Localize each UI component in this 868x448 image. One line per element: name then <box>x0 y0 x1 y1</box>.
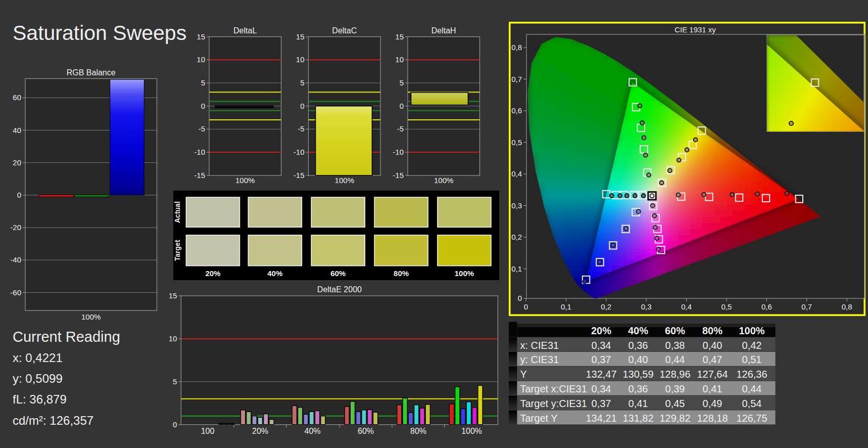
svg-text:80%: 80% <box>394 269 409 278</box>
svg-text:-5: -5 <box>397 124 404 133</box>
svg-text:80%: 80% <box>410 427 426 435</box>
svg-text:0,40: 0,40 <box>629 354 648 365</box>
svg-text:Actual: Actual <box>173 201 181 223</box>
svg-text:10: 10 <box>395 55 404 64</box>
svg-text:0,42: 0,42 <box>742 340 762 351</box>
svg-text:RGB Balance: RGB Balance <box>67 68 116 77</box>
svg-text:100%: 100% <box>335 176 354 185</box>
svg-text:15: 15 <box>395 32 404 41</box>
svg-text:132,47: 132,47 <box>586 369 616 380</box>
svg-text:134,21: 134,21 <box>586 413 616 424</box>
svg-text:10: 10 <box>169 334 177 343</box>
svg-text:40%: 40% <box>267 269 282 278</box>
svg-text:0,1: 0,1 <box>511 264 522 273</box>
svg-text:Target Y: Target Y <box>520 413 558 424</box>
svg-text:0,1: 0,1 <box>561 302 571 311</box>
svg-text:Y: Y <box>520 369 527 380</box>
svg-text:-5: -5 <box>199 124 205 133</box>
svg-text:60: 60 <box>13 93 21 102</box>
svg-text:0,41: 0,41 <box>703 383 722 394</box>
svg-text:0,4: 0,4 <box>511 169 522 178</box>
svg-text:0,44: 0,44 <box>742 383 762 394</box>
svg-text:DeltaH: DeltaH <box>431 26 456 35</box>
svg-text:131,82: 131,82 <box>622 413 653 424</box>
svg-text:20%: 20% <box>591 325 611 336</box>
svg-text:DeltaC: DeltaC <box>332 26 357 35</box>
svg-text:0: 0 <box>173 420 177 429</box>
svg-text:20%: 20% <box>252 427 268 435</box>
svg-text:-15: -15 <box>294 171 305 180</box>
svg-text:126,36: 126,36 <box>736 369 767 380</box>
svg-text:Target x:CIE31: Target x:CIE31 <box>520 383 587 394</box>
svg-text:DeltaE 2000: DeltaE 2000 <box>317 285 362 294</box>
svg-text:100%: 100% <box>434 176 453 185</box>
svg-text:0,6: 0,6 <box>761 302 772 311</box>
svg-text:0,41: 0,41 <box>629 398 648 409</box>
svg-text:15: 15 <box>197 32 205 41</box>
svg-text:y: 0,5099: y: 0,5099 <box>13 372 63 385</box>
svg-text:DeltaL: DeltaL <box>233 26 257 35</box>
svg-text:0,8: 0,8 <box>511 43 522 52</box>
svg-text:10: 10 <box>197 55 205 64</box>
svg-text:0,37: 0,37 <box>592 354 611 365</box>
svg-text:0,37: 0,37 <box>592 398 611 409</box>
svg-text:20: 20 <box>13 158 21 167</box>
svg-text:0,34: 0,34 <box>592 340 611 351</box>
svg-text:CIE 1931 xy: CIE 1931 xy <box>674 25 716 34</box>
svg-text:128,18: 128,18 <box>697 413 728 424</box>
svg-text:0,44: 0,44 <box>665 354 685 365</box>
svg-text:0: 0 <box>518 294 522 302</box>
svg-text:-10: -10 <box>393 148 404 156</box>
svg-text:0,45: 0,45 <box>665 398 685 409</box>
svg-text:129,82: 129,82 <box>659 413 690 424</box>
svg-text:-10: -10 <box>294 148 305 156</box>
svg-text:0,4: 0,4 <box>681 302 692 311</box>
svg-text:-40: -40 <box>10 255 21 264</box>
svg-text:100: 100 <box>201 427 215 435</box>
svg-text:100%: 100% <box>455 269 474 278</box>
svg-text:80%: 80% <box>702 325 722 336</box>
svg-text:10: 10 <box>296 55 305 64</box>
svg-text:y: CIE31: y: CIE31 <box>520 354 559 365</box>
svg-text:x: 0,4221: x: 0,4221 <box>13 351 63 365</box>
svg-text:40: 40 <box>13 126 21 135</box>
svg-text:Current Reading: Current Reading <box>13 329 120 345</box>
svg-text:15: 15 <box>296 32 305 41</box>
svg-text:128,96: 128,96 <box>659 369 690 380</box>
svg-text:126,75: 126,75 <box>736 413 767 424</box>
svg-text:-60: -60 <box>10 288 21 297</box>
svg-text:0,2: 0,2 <box>511 233 522 241</box>
svg-text:40%: 40% <box>304 427 320 435</box>
svg-text:100%: 100% <box>461 427 482 435</box>
svg-text:15: 15 <box>169 291 177 300</box>
svg-text:0,49: 0,49 <box>703 398 722 409</box>
svg-text:0,3: 0,3 <box>511 201 522 210</box>
svg-text:-15: -15 <box>393 171 404 180</box>
svg-text:0,47: 0,47 <box>703 354 722 365</box>
svg-text:0,2: 0,2 <box>601 302 611 311</box>
svg-text:0,8: 0,8 <box>842 302 852 311</box>
svg-text:0,40: 0,40 <box>703 340 722 351</box>
svg-text:127,64: 127,64 <box>697 369 728 380</box>
svg-text:0: 0 <box>300 102 304 110</box>
svg-text:-5: -5 <box>298 124 304 133</box>
svg-text:-10: -10 <box>194 148 205 156</box>
svg-text:100%: 100% <box>235 176 255 185</box>
svg-text:0,36: 0,36 <box>629 340 648 351</box>
svg-text:100%: 100% <box>739 325 764 336</box>
svg-text:0,3: 0,3 <box>641 302 652 311</box>
svg-text:-20: -20 <box>10 223 21 232</box>
svg-text:Saturation Sweeps: Saturation Sweeps <box>13 21 186 44</box>
svg-text:60%: 60% <box>330 269 346 278</box>
svg-text:0,39: 0,39 <box>665 383 685 394</box>
svg-text:0,5: 0,5 <box>511 138 522 147</box>
svg-text:100%: 100% <box>81 312 101 321</box>
svg-text:0: 0 <box>201 102 205 110</box>
svg-text:cd/m²: 126,357: cd/m²: 126,357 <box>13 414 93 427</box>
svg-text:0,6: 0,6 <box>511 106 522 115</box>
svg-text:0,7: 0,7 <box>511 75 522 83</box>
svg-text:Target: Target <box>173 240 181 261</box>
svg-text:0,36: 0,36 <box>629 383 648 394</box>
svg-text:0: 0 <box>400 102 404 110</box>
svg-text:Target y:CIE31: Target y:CIE31 <box>520 398 587 409</box>
